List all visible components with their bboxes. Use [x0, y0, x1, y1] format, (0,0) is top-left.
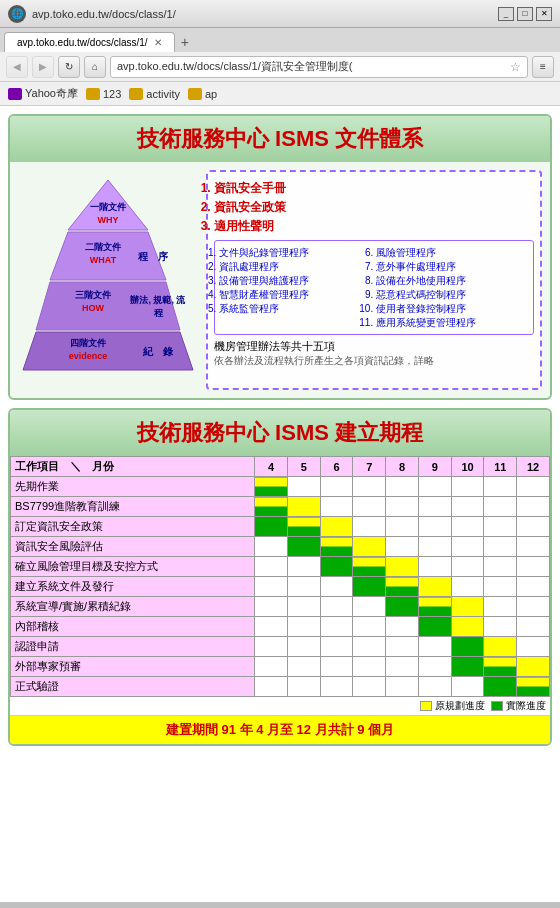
gantt-cell: [517, 557, 550, 577]
month-8: 8: [386, 457, 419, 477]
menu-button[interactable]: ≡: [532, 56, 554, 78]
window-title: avp.toko.edu.tw/docs/class/1/: [32, 8, 176, 20]
reload-button[interactable]: ↻: [58, 56, 80, 78]
gantt-cell: [418, 657, 451, 677]
forward-button[interactable]: ▶: [32, 56, 54, 78]
gantt-cell: [353, 517, 386, 537]
bookmark-123[interactable]: 123: [86, 88, 121, 100]
gantt-cell: [255, 597, 288, 617]
gantt-cell: [287, 497, 320, 517]
bookmark-ap[interactable]: ap: [188, 88, 217, 100]
gantt-cell: [353, 657, 386, 677]
table-row: 訂定資訊安全政策: [11, 517, 550, 537]
pyramid-right: 資訊安全手冊 資訊安全政策 適用性聲明 文件與紀錄管理程序 資訊處理程序 設備管…: [206, 170, 542, 390]
sub-item-6: 風險管理程序: [376, 246, 529, 259]
gantt-cell: [353, 617, 386, 637]
gantt-cell: [418, 577, 451, 597]
gantt-cell: [255, 497, 288, 517]
gantt-cell: [287, 597, 320, 617]
gantt-cell: [517, 677, 550, 697]
back-button[interactable]: ◀: [6, 56, 28, 78]
task-name: 外部專家預審: [11, 657, 255, 677]
task-name: 內部稽核: [11, 617, 255, 637]
gantt-cell: [353, 677, 386, 697]
gantt-cell: [386, 657, 419, 677]
gantt-cell: [451, 557, 484, 577]
gantt-cell: [320, 577, 353, 597]
gantt-cell: [517, 497, 550, 517]
gantt-cell: [451, 677, 484, 697]
task-name: 系統宣導/實施/累積紀錄: [11, 597, 255, 617]
gantt-cell: [287, 517, 320, 537]
task-name: 建立系統文件及發行: [11, 577, 255, 597]
list-item-2: 資訊安全政策: [214, 199, 534, 216]
svg-text:evidence: evidence: [69, 351, 108, 361]
home-button[interactable]: ⌂: [84, 56, 106, 78]
gantt-cell: [484, 497, 517, 517]
page-content: 技術服務中心 ISMS 文件體系 一階文件 WHY: [0, 106, 560, 902]
task-name: 確立風險管理目標及安控方式: [11, 557, 255, 577]
svg-text:二階文件: 二階文件: [85, 242, 122, 252]
tab-close-button[interactable]: ✕: [154, 37, 162, 48]
month-9: 9: [418, 457, 451, 477]
table-row: 系統宣導/實施/累積紀錄: [11, 597, 550, 617]
gantt-cell: [353, 497, 386, 517]
minimize-button[interactable]: _: [498, 7, 514, 21]
bookmark-ap-label: ap: [205, 88, 217, 100]
svg-text:程　序: 程 序: [137, 251, 169, 262]
gantt-cell: [386, 497, 419, 517]
maximize-button[interactable]: □: [517, 7, 533, 21]
sub-item-8: 設備在外地使用程序: [376, 274, 529, 287]
gantt-cell: [287, 537, 320, 557]
gantt-cell: [386, 517, 419, 537]
sub-list-col2: 風險管理程序 意外事件處理程序 設備在外地使用程序 惡意程式碼控制程序 使用者登…: [376, 245, 529, 330]
bookmarks-bar: Yahoo奇摩 123 activity ap: [0, 82, 560, 106]
gantt-cell: [484, 537, 517, 557]
gantt-cell: [353, 537, 386, 557]
tab-label: avp.toko.edu.tw/docs/class/1/: [17, 37, 148, 48]
gantt-cell: [320, 537, 353, 557]
svg-text:一階文件: 一階文件: [90, 202, 127, 212]
svg-text:三階文件: 三階文件: [75, 290, 112, 300]
gantt-cell: [451, 497, 484, 517]
bookmark-activity[interactable]: activity: [129, 88, 180, 100]
active-tab[interactable]: avp.toko.edu.tw/docs/class/1/ ✕: [4, 32, 175, 52]
close-button[interactable]: ✕: [536, 7, 552, 21]
gantt-cell: [353, 577, 386, 597]
bookmark-yahoo[interactable]: Yahoo奇摩: [8, 86, 78, 101]
svg-text:WHY: WHY: [98, 215, 119, 225]
title-bar-left: 🌐 avp.toko.edu.tw/docs/class/1/: [8, 5, 176, 23]
month-12: 12: [517, 457, 550, 477]
gantt-section: 技術服務中心 ISMS 建立期程 工作項目 ＼ 月份 4 5 6 7 8 9 1…: [8, 408, 552, 746]
sub-item-2: 資訊處理程序: [219, 260, 372, 273]
gantt-cell: [418, 557, 451, 577]
gantt-cell: [255, 477, 288, 497]
legend-planned: 原規劃進度: [420, 699, 485, 713]
gantt-cell: [451, 517, 484, 537]
month-4: 4: [255, 457, 288, 477]
gantt-cell: [255, 677, 288, 697]
month-7: 7: [353, 457, 386, 477]
gantt-cell: [255, 557, 288, 577]
task-name: 正式驗證: [11, 677, 255, 697]
sub-item-5: 系統監管程序: [219, 302, 372, 315]
month-6: 6: [320, 457, 353, 477]
table-row: 資訊安全風險評估: [11, 537, 550, 557]
svg-text:辦法, 規範, 流: 辦法, 規範, 流: [130, 294, 186, 305]
gantt-cell: [418, 677, 451, 697]
sub-item-7: 意外事件處理程序: [376, 260, 529, 273]
gantt-cell: [418, 597, 451, 617]
browser-logo: 🌐: [8, 5, 26, 23]
legend-actual-box: [491, 701, 503, 711]
legend-actual: 實際進度: [491, 699, 546, 713]
bookmark-star-icon[interactable]: ☆: [510, 60, 521, 74]
address-bar[interactable]: avp.toko.edu.tw/docs/class/1/資訊安全管理制度( ☆: [110, 56, 528, 78]
nav-bar: ◀ ▶ ↻ ⌂ avp.toko.edu.tw/docs/class/1/資訊安…: [0, 52, 560, 82]
table-row: 先期作業: [11, 477, 550, 497]
legend-planned-label: 原規劃進度: [435, 699, 485, 713]
gantt-cell: [320, 597, 353, 617]
sub-item-11: 應用系統變更管理程序: [376, 316, 529, 329]
new-tab-button[interactable]: +: [175, 32, 195, 52]
gantt-cell: [320, 657, 353, 677]
folder-ap-icon: [188, 88, 202, 100]
